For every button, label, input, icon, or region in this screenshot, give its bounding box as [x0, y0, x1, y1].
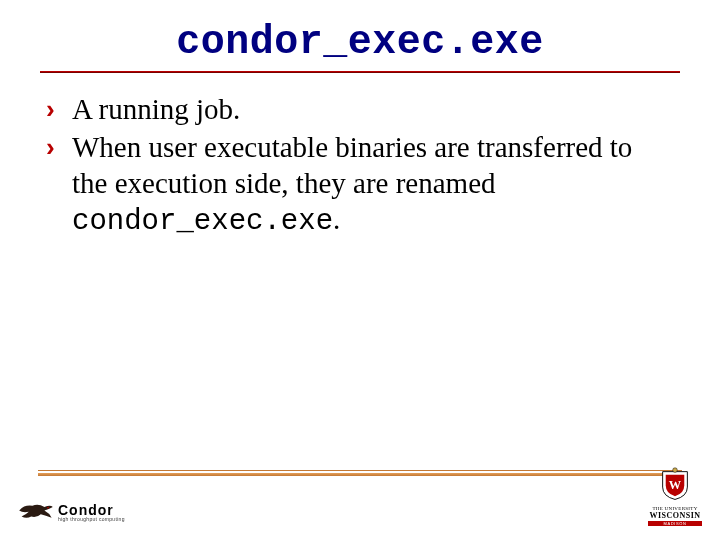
- wisconsin-logo: W THE UNIVERSITY WISCONSIN MADISON: [648, 467, 702, 526]
- chevron-icon: ›: [46, 91, 72, 127]
- condor-subtitle: high throughput computing: [58, 516, 125, 522]
- bullet-text-post: .: [333, 203, 340, 235]
- slide: condor_exec.exe › A running job. › When …: [0, 0, 720, 540]
- content-area: › A running job. › When user executable …: [0, 91, 720, 240]
- bullet-text-pre: When user executable binaries are transf…: [72, 131, 632, 199]
- condor-word: Condor: [58, 504, 125, 516]
- title-underline: [40, 71, 680, 73]
- svg-point-0: [47, 507, 49, 509]
- bullet-text: A running job.: [72, 91, 674, 127]
- condor-logo-text: Condor high throughput computing: [58, 504, 125, 522]
- slide-title: condor_exec.exe: [0, 0, 720, 71]
- chevron-icon: ›: [46, 129, 72, 165]
- svg-text:W: W: [669, 478, 682, 492]
- footer-divider: [38, 470, 682, 476]
- condor-bird-icon: [18, 502, 54, 524]
- bullet-item: › When user executable binaries are tran…: [46, 129, 674, 240]
- inline-code: condor_exec.exe: [72, 205, 333, 238]
- wisconsin-bar: MADISON: [648, 521, 702, 526]
- bullet-text: When user executable binaries are transf…: [72, 129, 674, 240]
- bullet-item: › A running job.: [46, 91, 674, 127]
- wisconsin-name: WISCONSIN: [648, 511, 702, 520]
- condor-logo: Condor high throughput computing: [18, 502, 125, 524]
- svg-point-2: [673, 468, 678, 473]
- wisconsin-crest-icon: W: [659, 467, 691, 501]
